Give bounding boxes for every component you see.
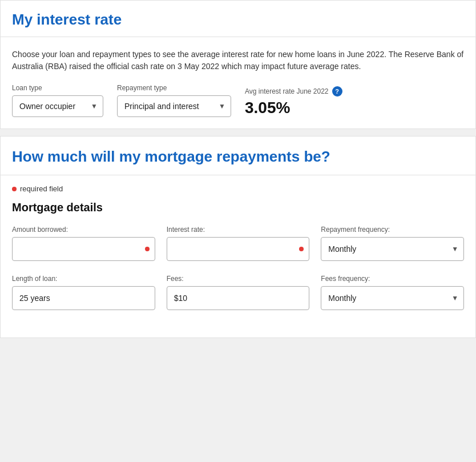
length-of-loan-input-wrapper [12,286,155,310]
fees-input[interactable] [167,286,310,310]
loan-type-label: Loan type [12,84,103,92]
avg-rate-label-row: Avg interest rate June 2022 ? [245,86,342,97]
mortgage-row-2: Length of loan: Fees: Fees frequency: Mo… [12,275,464,310]
fees-frequency-label: Fees frequency: [321,275,464,283]
required-notice: required field [12,184,464,193]
required-field-text: required field [20,184,63,193]
interest-rate-title: My interest rate [12,11,464,29]
amount-borrowed-label: Amount borrowed: [12,226,155,234]
repayment-type-group: Repayment type Principal and interest In… [117,84,231,117]
repayment-frequency-select[interactable]: Monthly Fortnightly Weekly [321,237,464,261]
interest-rate-group: Interest rate: [167,226,310,261]
interest-rate-section: My interest rate Choose your loan and re… [0,0,476,129]
amount-borrowed-group: Amount borrowed: [12,226,155,261]
interest-rate-header: My interest rate [1,1,475,37]
mortgage-details-title: Mortgage details [12,201,464,214]
avg-rate-display: Avg interest rate June 2022 ? 3.05% [245,86,342,117]
avg-rate-label: Avg interest rate June 2022 [245,87,329,95]
mortgage-section-title: How much will my mortgage repayments be? [1,136,475,175]
repayment-frequency-select-wrapper: Monthly Fortnightly Weekly ▼ [321,237,464,261]
interest-rate-body: Choose your loan and repayment types to … [1,37,475,128]
fees-frequency-select[interactable]: Monthly Annual Weekly [321,286,464,310]
mortgage-section: How much will my mortgage repayments be?… [0,136,476,338]
loan-controls: Loan type Owner occupier Investor ▼ Repa… [12,84,464,117]
repayment-type-select-wrapper: Principal and interest Interest only ▼ [117,95,231,117]
repayment-type-select[interactable]: Principal and interest Interest only [117,95,231,117]
interest-rate-input-wrapper [167,237,310,261]
fees-frequency-select-wrapper: Monthly Annual Weekly ▼ [321,286,464,310]
loan-type-select-wrapper: Owner occupier Investor ▼ [12,95,103,117]
amount-borrowed-input[interactable] [12,237,155,261]
amount-borrowed-input-wrapper [12,237,155,261]
length-of-loan-label: Length of loan: [12,275,155,283]
interest-rate-description: Choose your loan and repayment types to … [12,49,464,73]
fees-input-wrapper [167,286,310,310]
amount-borrowed-required-dot [145,247,150,251]
length-of-loan-input[interactable] [12,286,155,310]
repayment-frequency-label: Repayment frequency: [321,226,464,234]
avg-rate-value: 3.05% [245,99,342,117]
mortgage-body: required field Mortgage details Amount b… [1,175,475,338]
repayment-type-label: Repayment type [117,84,231,92]
fees-label: Fees: [167,275,310,283]
loan-type-group: Loan type Owner occupier Investor ▼ [12,84,103,117]
interest-rate-required-dot [299,247,304,251]
fees-frequency-group: Fees frequency: Monthly Annual Weekly ▼ [321,275,464,310]
fees-group: Fees: [167,275,310,310]
interest-rate-input[interactable] [167,237,310,261]
loan-type-select[interactable]: Owner occupier Investor [12,95,103,117]
mortgage-row-1: Amount borrowed: Interest rate: Repaymen… [12,226,464,261]
help-icon[interactable]: ? [332,86,342,97]
required-dot-icon [12,187,17,191]
length-of-loan-group: Length of loan: [12,275,155,310]
interest-rate-input-label: Interest rate: [167,226,310,234]
repayment-frequency-group: Repayment frequency: Monthly Fortnightly… [321,226,464,261]
